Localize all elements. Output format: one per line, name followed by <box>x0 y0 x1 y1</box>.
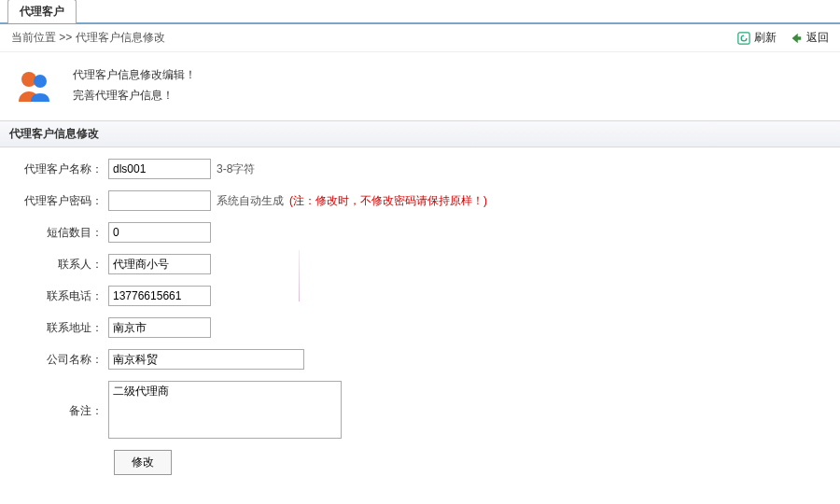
tab-label: 代理客户 <box>20 5 64 18</box>
submit-button[interactable]: 修改 <box>114 450 172 475</box>
section-title: 代理客户信息修改 <box>9 127 99 140</box>
name-hint: 3-8字符 <box>217 161 255 177</box>
submit-row: 修改 <box>15 450 825 475</box>
address-input[interactable] <box>108 317 211 338</box>
breadcrumb: 当前位置 >> 代理客户信息修改 <box>11 30 165 46</box>
label-contact: 联系人： <box>15 257 108 273</box>
back-link[interactable]: 返回 <box>790 30 829 46</box>
label-address: 联系地址： <box>15 320 108 336</box>
tab-agent-customer[interactable]: 代理客户 <box>7 0 77 23</box>
users-icon <box>15 66 54 105</box>
breadcrumb-prefix: 当前位置 >> <box>11 31 76 44</box>
submit-label: 修改 <box>132 455 154 469</box>
label-password: 代理客户密码： <box>15 193 108 209</box>
section-header: 代理客户信息修改 <box>0 120 840 147</box>
form-area: 代理客户名称： 3-8字符 代理客户密码： 系统自动生成(注：修改时，不修改密码… <box>0 147 840 494</box>
refresh-icon <box>737 32 750 45</box>
label-sms-count: 短信数目： <box>15 225 108 241</box>
remark-textarea[interactable] <box>108 381 342 439</box>
label-phone: 联系电话： <box>15 288 108 304</box>
intro-line1: 代理客户信息修改编辑！ <box>73 65 196 86</box>
password-input[interactable] <box>108 190 211 211</box>
contact-input[interactable] <box>108 254 211 274</box>
svg-point-2 <box>34 75 47 88</box>
name-input[interactable] <box>108 159 211 179</box>
phone-input[interactable] <box>108 286 211 306</box>
password-hint-red: (注：修改时，不修改密码请保持原样！) <box>289 193 487 209</box>
intro-text: 代理客户信息修改编辑！ 完善代理客户信息！ <box>73 65 196 105</box>
back-arrow-icon <box>790 32 803 45</box>
back-label: 返回 <box>806 30 829 46</box>
sms-count-input[interactable] <box>108 222 211 243</box>
tab-bar: 代理客户 <box>0 0 840 24</box>
password-hint-plain: 系统自动生成 <box>217 193 284 209</box>
topbar: 当前位置 >> 代理客户信息修改 刷新 返回 <box>0 24 840 52</box>
company-input[interactable] <box>108 349 304 370</box>
label-name: 代理客户名称： <box>15 161 108 177</box>
label-company: 公司名称： <box>15 352 108 368</box>
label-remark: 备注： <box>15 381 108 419</box>
intro-line2: 完善代理客户信息！ <box>73 86 196 106</box>
refresh-label: 刷新 <box>754 30 777 46</box>
breadcrumb-current: 代理客户信息修改 <box>76 31 165 44</box>
intro-block: 代理客户信息修改编辑！ 完善代理客户信息！ <box>0 52 840 120</box>
refresh-link[interactable]: 刷新 <box>737 30 777 46</box>
svg-rect-0 <box>738 32 749 43</box>
decorative-line <box>299 250 300 301</box>
action-bar: 刷新 返回 <box>737 30 829 46</box>
